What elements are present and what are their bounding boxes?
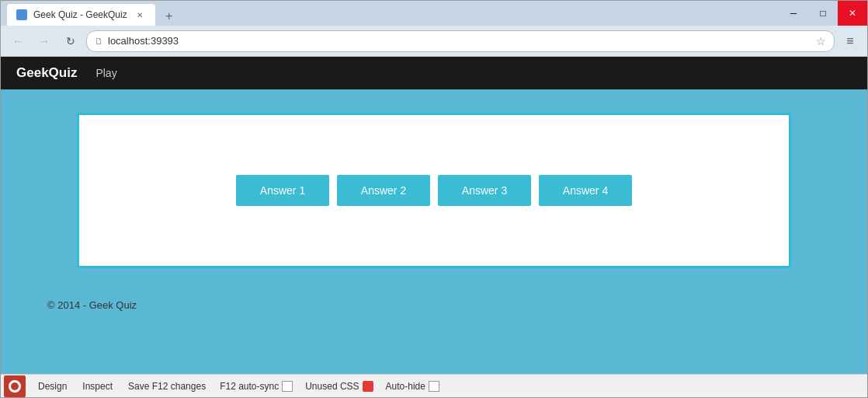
restore-button[interactable]: □ <box>808 1 838 26</box>
forward-button[interactable]: → <box>33 30 55 52</box>
autosync-checkbox[interactable] <box>282 381 293 392</box>
devtools-logo <box>4 375 26 397</box>
back-button[interactable]: ← <box>7 30 29 52</box>
tab-close-button[interactable]: ✕ <box>134 9 146 21</box>
answer-buttons-group: Answer 1 Answer 2 Answer 3 Answer 4 <box>236 175 632 206</box>
devtools-logo-icon <box>9 380 21 393</box>
answer-button-3[interactable]: Answer 3 <box>438 175 531 206</box>
answer-button-1[interactable]: Answer 1 <box>236 175 329 206</box>
devtools-autohide-toggle[interactable]: Auto-hide <box>380 379 446 393</box>
url-input[interactable] <box>108 35 811 47</box>
answer-button-2[interactable]: Answer 2 <box>337 175 430 206</box>
devtools-unused-css[interactable]: Unused CSS <box>299 379 379 393</box>
autohide-checkbox[interactable] <box>429 381 439 392</box>
tab-bar: Geek Quiz - GeekQuiz ✕ + ─ □ ✕ <box>1 1 867 26</box>
devtools-inspect-button[interactable]: Inspect <box>75 377 120 396</box>
refresh-button[interactable]: ↻ <box>60 30 82 52</box>
answer-button-4[interactable]: Answer 4 <box>539 175 632 206</box>
minimize-button[interactable]: ─ <box>779 1 808 26</box>
tab-title: Geek Quiz - GeekQuiz <box>33 9 127 20</box>
active-tab[interactable]: Geek Quiz - GeekQuiz ✕ <box>7 4 155 26</box>
page-icon: 🗋 <box>95 37 103 46</box>
unused-css-label: Unused CSS <box>305 381 359 392</box>
window-controls: ─ □ ✕ <box>779 1 867 26</box>
browser-toolbar: ← → ↻ 🗋 ☆ ≡ <box>1 26 867 57</box>
browser-menu-button[interactable]: ≡ <box>839 30 861 52</box>
address-bar: 🗋 ☆ <box>86 30 835 52</box>
site-footer: © 2014 - Geek Quiz <box>1 292 867 319</box>
site-main: Answer 1 Answer 2 Answer 3 Answer 4 <box>1 89 867 292</box>
site-navbar: GeekQuiz Play <box>1 57 867 89</box>
footer-text: © 2014 - Geek Quiz <box>47 299 137 311</box>
devtools-bar: Design Inspect Save F12 changes F12 auto… <box>1 374 867 397</box>
devtools-save-button[interactable]: Save F12 changes <box>120 377 214 396</box>
devtools-design-button[interactable]: Design <box>30 377 75 396</box>
site-brand: GeekQuiz <box>16 65 77 81</box>
tab-favicon <box>16 9 27 20</box>
close-button[interactable]: ✕ <box>838 1 867 26</box>
page-background: GeekQuiz Play Answer 1 Answer 2 Answer 3… <box>1 57 867 398</box>
unused-css-badge <box>363 381 373 392</box>
autosync-label: F12 auto-sync <box>220 381 279 392</box>
nav-link-play[interactable]: Play <box>95 67 116 79</box>
bookmark-icon[interactable]: ☆ <box>816 35 826 47</box>
browser-window: Geek Quiz - GeekQuiz ✕ + ─ □ ✕ ← → ↻ 🗋 ☆… <box>0 0 868 398</box>
devtools-autosync-toggle[interactable]: F12 auto-sync <box>214 379 299 393</box>
new-tab-button[interactable]: + <box>158 7 180 26</box>
quiz-container: Answer 1 Answer 2 Answer 3 Answer 4 <box>77 113 791 268</box>
autohide-label: Auto-hide <box>386 381 425 392</box>
